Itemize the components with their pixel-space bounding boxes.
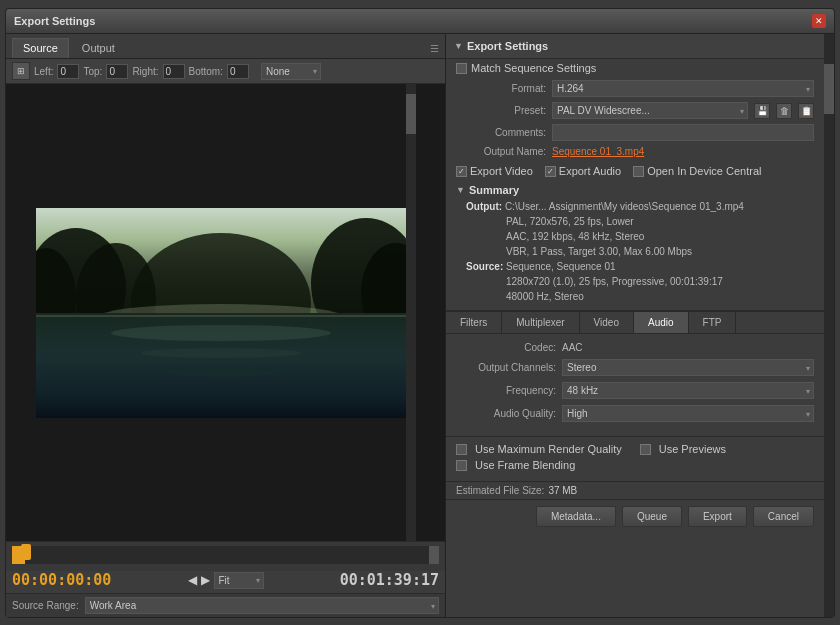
match-sequence-checkbox[interactable] — [456, 63, 467, 74]
preset-select[interactable]: PAL DV Widescree... — [552, 102, 748, 119]
summary-output-details: PAL, 720x576, 25 fps, Lower — [466, 216, 634, 227]
top-label: Top: — [83, 66, 102, 77]
source-range-bar: Source Range: Work Area Entire Clip Cust… — [6, 593, 445, 617]
crop-bottom-input[interactable] — [227, 64, 249, 79]
codec-label: Codec: — [456, 342, 556, 353]
export-button[interactable]: Export — [688, 506, 747, 527]
preview-scrollbar — [406, 84, 416, 541]
source-output-tabs: Source Output ☰ — [6, 34, 445, 59]
timeline-track[interactable] — [12, 546, 439, 564]
play-forward-btn[interactable]: ▶ — [201, 573, 210, 587]
right-panel: ▼ Export Settings Match Sequence Setting… — [446, 34, 824, 617]
right-panel-scrollbar-thumb[interactable] — [824, 64, 834, 114]
frequency-select[interactable]: 48 kHz 44.1 kHz 32 kHz — [562, 382, 814, 399]
export-settings-label: Export Settings — [467, 40, 548, 52]
summary-header: ▼ Summary — [456, 184, 814, 196]
open-device-label: Open In Device Central — [647, 165, 761, 177]
output-channels-label: Output Channels: — [456, 362, 556, 373]
comments-input[interactable] — [552, 124, 814, 141]
use-previews-label: Use Previews — [659, 443, 726, 455]
render-options: Use Maximum Render Quality Use Previews … — [446, 436, 824, 481]
transport-controls: 00:00:00:00 ◀ ▶ Fit 25% 50% 100% 00:01:3… — [6, 571, 445, 593]
audio-quality-select[interactable]: High Medium Low — [562, 405, 814, 422]
max-render-label: Use Maximum Render Quality — [475, 443, 622, 455]
tab-output[interactable]: Output — [71, 38, 126, 58]
max-render-checkbox[interactable] — [456, 444, 467, 455]
playhead[interactable] — [21, 544, 31, 560]
svg-point-11 — [141, 348, 301, 358]
export-video-label: Export Video — [470, 165, 533, 177]
frame-blending-checkbox[interactable] — [456, 460, 467, 471]
export-audio-item: Export Audio — [545, 165, 621, 177]
right-panel-scrollbar[interactable] — [824, 34, 834, 617]
summary-output-audio: AAC, 192 kbps, 48 kHz, Stereo — [466, 231, 644, 242]
summary-output-vbr: VBR, 1 Pass, Target 3.00, Max 6.00 Mbps — [466, 246, 692, 257]
audio-settings-panel: Codec: AAC Output Channels: Stereo Mono … — [446, 334, 824, 436]
summary-source-details: 1280x720 (1.0), 25 fps, Progressive, 00:… — [466, 276, 723, 287]
export-video-item: Export Video — [456, 165, 533, 177]
export-video-checkbox[interactable] — [456, 166, 467, 177]
summary-label: Summary — [469, 184, 519, 196]
timeline-area — [6, 541, 445, 571]
svg-point-10 — [111, 325, 331, 341]
crop-left-input[interactable] — [57, 64, 79, 79]
queue-button[interactable]: Queue — [622, 506, 682, 527]
tab-audio[interactable]: Audio — [634, 312, 689, 333]
output-channels-select[interactable]: Stereo Mono 5.1 — [562, 359, 814, 376]
video-preview — [36, 208, 406, 418]
summary-section: ▼ Summary Output: C:\User... Assignment\… — [446, 180, 824, 311]
max-render-row: Use Maximum Render Quality Use Previews — [456, 443, 814, 455]
crop-type-select[interactable]: None — [261, 63, 321, 80]
svg-point-12 — [161, 369, 281, 377]
output-name-label: Output Name: — [456, 146, 546, 157]
timecode-end: 00:01:39:17 — [340, 571, 439, 589]
summary-source-prefix: Source: — [466, 261, 503, 272]
audio-quality-row: Audio Quality: High Medium Low — [456, 405, 814, 422]
summary-triangle: ▼ — [456, 185, 465, 195]
left-panel: Source Output ☰ ⊞ Left: Top: Right: Bott… — [6, 34, 446, 617]
cancel-button[interactable]: Cancel — [753, 506, 814, 527]
summary-output-prefix: Output: — [466, 201, 502, 212]
estimated-size-value: 37 MB — [548, 485, 577, 496]
close-button[interactable]: ✕ — [812, 14, 826, 28]
metadata-button[interactable]: Metadata... — [536, 506, 616, 527]
export-audio-checkbox[interactable] — [545, 166, 556, 177]
output-name-row: Output Name: Sequence 01_3.mp4 — [446, 146, 824, 157]
frequency-row: Frequency: 48 kHz 44.1 kHz 32 kHz — [456, 382, 814, 399]
format-select[interactable]: H.264 — [552, 80, 814, 97]
crop-right-input[interactable] — [163, 64, 185, 79]
open-device-checkbox[interactable] — [633, 166, 644, 177]
delete-preset-btn[interactable]: 🗑 — [776, 103, 792, 119]
use-previews-checkbox[interactable] — [640, 444, 651, 455]
tab-ftp[interactable]: FTP — [689, 312, 737, 333]
timeline-scrollbar[interactable] — [429, 546, 439, 564]
panel-menu[interactable]: ☰ — [430, 43, 439, 54]
right-container: ▼ Export Settings Match Sequence Setting… — [446, 34, 834, 617]
source-range-select[interactable]: Work Area Entire Clip Custom Range — [85, 597, 439, 614]
save-preset-btn[interactable]: 💾 — [754, 103, 770, 119]
audio-quality-label: Audio Quality: — [456, 408, 556, 419]
content-area: Source Output ☰ ⊞ Left: Top: Right: Bott… — [6, 34, 834, 617]
tab-filters[interactable]: Filters — [446, 312, 502, 333]
tab-multiplexer[interactable]: Multiplexer — [502, 312, 579, 333]
output-channels-row: Output Channels: Stereo Mono 5.1 — [456, 359, 814, 376]
match-sequence-label: Match Sequence Settings — [471, 62, 596, 74]
tab-video[interactable]: Video — [580, 312, 634, 333]
summary-source-value: Sequence, Sequence 01 — [506, 261, 616, 272]
output-name-link[interactable]: Sequence 01_3.mp4 — [552, 146, 644, 157]
tab-source[interactable]: Source — [12, 38, 69, 58]
export-settings-dialog: Export Settings ✕ Source Output ☰ ⊞ Left… — [5, 8, 835, 618]
crop-icon-btn[interactable]: ⊞ — [12, 62, 30, 80]
zoom-select[interactable]: Fit 25% 50% 100% — [214, 572, 264, 589]
bottom-label: Bottom: — [189, 66, 223, 77]
play-back-btn[interactable]: ◀ — [188, 573, 197, 587]
crop-top-input[interactable] — [106, 64, 128, 79]
export-audio-label: Export Audio — [559, 165, 621, 177]
preset-label: Preset: — [456, 105, 546, 116]
scrollbar-thumb[interactable] — [406, 94, 416, 134]
timecode-start: 00:00:00:00 — [12, 571, 111, 589]
import-preset-btn[interactable]: 📋 — [798, 103, 814, 119]
summary-content: Output: C:\User... Assignment\My videos\… — [456, 199, 814, 304]
format-label: Format: — [456, 83, 546, 94]
open-device-item: Open In Device Central — [633, 165, 761, 177]
